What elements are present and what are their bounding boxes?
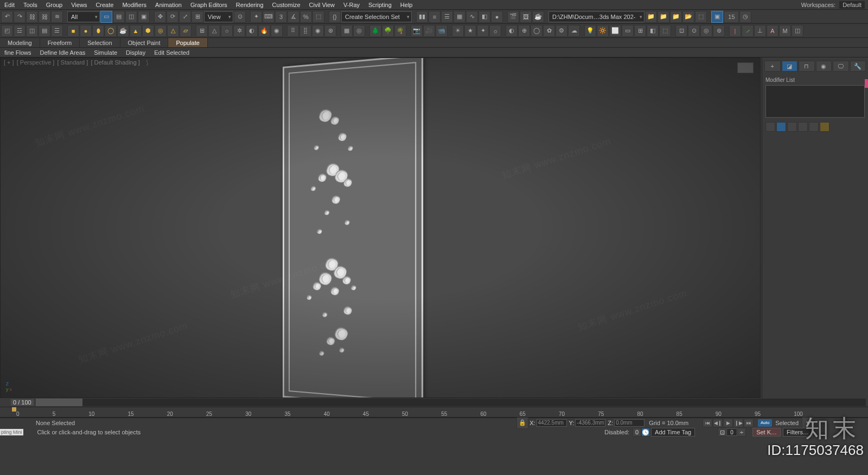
tb2-btn-2[interactable]: ☲ — [14, 25, 25, 37]
frame-number-field[interactable] — [726, 428, 737, 436]
cam-1-icon[interactable]: 📷 — [411, 25, 423, 37]
curve-editor-button[interactable]: ∿ — [466, 11, 478, 23]
menu-civilview[interactable]: Civil View — [305, 0, 339, 10]
pivot-button[interactable]: ⊙ — [234, 11, 246, 23]
foliage-1-icon[interactable]: 🌲 — [369, 25, 381, 37]
spinner-snap-button[interactable]: ⬚ — [312, 11, 324, 23]
make-unique-icon[interactable] — [787, 122, 797, 132]
primitive-pyramid-icon[interactable]: △ — [167, 25, 179, 37]
foliage-2-icon[interactable]: 🌳 — [382, 25, 394, 37]
menu-grapheditors[interactable]: Graph Editors — [186, 0, 232, 10]
axis-a-icon[interactable]: A — [767, 25, 778, 37]
menu-views[interactable]: Views — [67, 0, 91, 10]
extra-2-icon[interactable]: ⊙ — [688, 25, 700, 37]
isolate-icon[interactable]: ⊡ — [718, 428, 726, 437]
folder-2-icon[interactable]: 📁 — [658, 11, 669, 23]
light-2-icon[interactable]: 🔆 — [597, 25, 609, 37]
primitive-cylinder-icon[interactable]: ⬮ — [92, 25, 104, 37]
misc-2-icon[interactable]: ⊕ — [518, 25, 530, 37]
extra-1-icon[interactable]: ⊡ — [675, 25, 687, 37]
cmd-motion-icon[interactable]: ◉ — [816, 61, 832, 72]
script-listener-label[interactable]: pting Mini — [0, 429, 23, 435]
tb2-btn-5[interactable]: ☰ — [51, 25, 63, 37]
menu-edit[interactable]: Edit — [0, 0, 19, 10]
menu-rendering[interactable]: Rendering — [232, 0, 268, 10]
add-time-tag-button[interactable]: Add Time Tag — [651, 428, 695, 437]
tab-populate[interactable]: Populate — [168, 38, 207, 47]
extra-4-icon[interactable]: ⊚ — [713, 25, 725, 37]
tb2-btn-1[interactable]: ◰ — [1, 25, 13, 37]
light-7-icon[interactable]: ⬚ — [659, 25, 671, 37]
goto-end-button[interactable]: ⏭ — [744, 419, 754, 427]
misc-3-icon[interactable]: ◯ — [531, 25, 542, 37]
primitive-sphere-icon[interactable]: ● — [80, 25, 92, 37]
cmd-hierarchy-icon[interactable]: ⊓ — [799, 61, 815, 72]
env-3-icon[interactable]: ✦ — [477, 25, 489, 37]
sub-idleareas[interactable]: Define Idle Areas — [36, 48, 90, 57]
tb2-helper-2[interactable]: △ — [208, 25, 220, 37]
tab-selection[interactable]: Selection — [80, 38, 120, 47]
perspective-viewport[interactable]: [ + ] [ Perspective ] [ Standard ] [ Def… — [0, 57, 761, 398]
primitive-box-icon[interactable]: ■ — [67, 25, 79, 37]
menu-vray[interactable]: V-Ray — [339, 0, 364, 10]
particle-4-icon[interactable]: ⊛ — [324, 25, 336, 37]
play-button[interactable]: ▶ — [723, 419, 733, 427]
particle-2-icon[interactable]: ⣿ — [299, 25, 311, 37]
ref-coord-dropdown[interactable]: View — [204, 11, 233, 22]
named-sel-button[interactable]: {} — [329, 11, 341, 23]
primitive-geo-icon[interactable]: ⬢ — [142, 25, 154, 37]
render-tbtn-1[interactable]: ▦ — [341, 25, 353, 37]
folder-1-icon[interactable]: 📁 — [645, 11, 657, 23]
align-button[interactable]: ≡ — [429, 11, 441, 23]
snap-toggle-button[interactable]: 3 — [275, 11, 287, 23]
menu-tools[interactable]: Tools — [19, 0, 42, 10]
vp-shading-label[interactable]: [ Default Shading ] — [91, 59, 140, 66]
cmd-utilities-icon[interactable]: 🔧 — [850, 61, 866, 72]
lock-selection-icon[interactable]: 🔒 — [516, 417, 528, 429]
next-frame-button[interactable]: ❙▶ — [733, 419, 743, 427]
light-6-icon[interactable]: ◧ — [647, 25, 659, 37]
unlink-button[interactable]: ⛓̷ — [39, 11, 50, 23]
axis-y-icon[interactable]: ⟋ — [742, 25, 754, 37]
primitive-tube-icon[interactable]: ◎ — [155, 25, 167, 37]
time-ruler[interactable]: 0510 152025 303540 455055 606570 758085 … — [0, 407, 868, 418]
frame-spinner-icon[interactable]: ÷ — [737, 428, 746, 437]
tb2-btn-3[interactable]: ◫ — [26, 25, 38, 37]
window-crossing-button[interactable]: ▣ — [138, 11, 150, 23]
coord-y-field[interactable] — [575, 419, 605, 427]
time-slider-head[interactable] — [12, 407, 16, 412]
layer-explorer-button[interactable]: ☰ — [441, 11, 453, 23]
particle-3-icon[interactable]: ◉ — [312, 25, 324, 37]
track-bar[interactable] — [36, 399, 866, 406]
bind-button[interactable]: ≋ — [51, 11, 63, 23]
light-4-icon[interactable]: ▭ — [622, 25, 634, 37]
render-tbtn-2[interactable]: ◎ — [353, 25, 365, 37]
vp-filter-icon[interactable]: ⟆ — [146, 59, 148, 66]
misc-1-icon[interactable]: ◐ — [506, 25, 518, 37]
sub-display[interactable]: Display — [122, 48, 150, 57]
menu-animation[interactable]: Animation — [151, 0, 186, 10]
menu-customize[interactable]: Customize — [268, 0, 305, 10]
selection-set-dropdown[interactable]: Create Selection Set — [341, 11, 412, 22]
selection-filter-dropdown[interactable]: All — [67, 11, 100, 22]
select-region-button[interactable]: ◫ — [125, 11, 137, 23]
autokey-toggle[interactable]: Auto — [758, 419, 772, 427]
sub-simulate[interactable]: Simulate — [90, 48, 122, 57]
prev-frame-button[interactable]: ◀❙ — [713, 419, 723, 427]
select-object-button[interactable]: ▭ — [100, 11, 112, 23]
time-tag-icon[interactable]: 🕓 — [641, 428, 650, 437]
toggle-ribbon-button[interactable]: ▦ — [454, 11, 465, 23]
scale-button[interactable]: ⤢ — [179, 11, 191, 23]
primitive-plane-icon[interactable]: ▱ — [180, 25, 192, 37]
viewport-label[interactable]: [ + ] [ Perspective ] [ Standard ] [ Def… — [4, 59, 148, 66]
menu-scripting[interactable]: Scripting — [364, 0, 396, 10]
primitive-teapot-icon[interactable]: ☕ — [117, 25, 129, 37]
set-key-button[interactable]: Set K… — [752, 428, 781, 437]
render-frame-button[interactable]: 🖼 — [520, 11, 532, 23]
autobackup-button[interactable]: ▣ — [711, 11, 723, 23]
particle-1-icon[interactable]: ⠿ — [287, 25, 299, 37]
move-button[interactable]: ✥ — [154, 11, 166, 23]
axis-m-icon[interactable]: M — [779, 25, 791, 37]
rotate-button[interactable]: ⟳ — [167, 11, 178, 23]
cam-2-icon[interactable]: 🎥 — [423, 25, 435, 37]
